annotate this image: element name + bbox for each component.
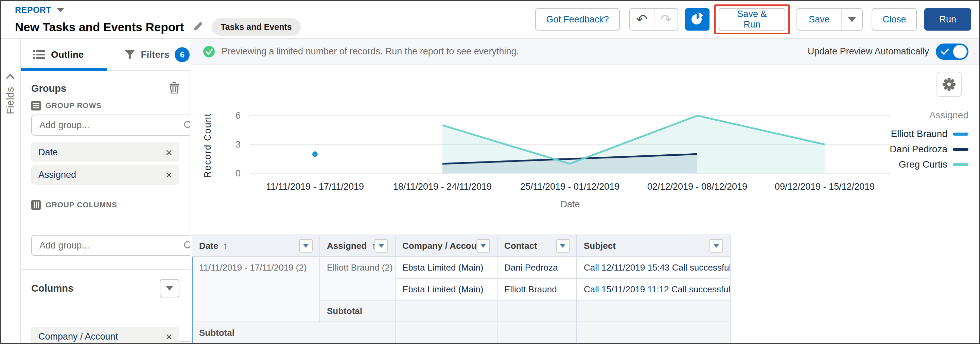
svg-text:3: 3	[235, 139, 240, 150]
close-button[interactable]: Close	[872, 8, 917, 30]
edit-title-icon[interactable]	[192, 21, 203, 33]
columns-section-title: Columns	[31, 283, 73, 294]
column-header-label: Subject	[584, 240, 616, 251]
tab-outline[interactable]: Outline	[33, 49, 84, 60]
undo-button[interactable]: ↶	[630, 9, 654, 30]
sort-asc-icon: ↑	[223, 240, 228, 251]
add-column-group-input[interactable]	[31, 235, 190, 256]
svg-text:25/11/2019 - 01/12/2019: 25/11/2019 - 01/12/2019	[520, 182, 619, 192]
search-icon	[183, 120, 190, 132]
empty-cell	[577, 301, 730, 322]
sidebar-tabs: Outline Filters 6	[21, 39, 189, 71]
filters-count-badge: 6	[175, 47, 189, 62]
tab-filters[interactable]: Filters 6	[124, 47, 189, 62]
chevron-down-icon	[303, 244, 309, 248]
empty-cell	[396, 301, 498, 322]
delete-groups-icon[interactable]	[169, 82, 180, 95]
save-menu-button[interactable]	[841, 9, 862, 30]
chevron-down-icon	[57, 8, 64, 12]
preview-banner: Previewing a limited number of records. …	[191, 39, 980, 65]
column-header-assigned[interactable]: Assigned↑	[320, 235, 396, 257]
svg-text:11/11/2019 - 17/11/2019: 11/11/2019 - 17/11/2019	[266, 182, 364, 192]
got-feedback-button[interactable]: Got Feedback?	[535, 8, 620, 30]
run-button[interactable]: Run	[924, 8, 971, 30]
chevron-down-icon	[560, 244, 566, 248]
assigned-subtotal-cell: Subtotal	[320, 301, 396, 322]
legend-item: Dani Pedroza	[889, 143, 969, 155]
legend-title: Assigned	[889, 110, 969, 121]
chevron-right-icon	[5, 73, 15, 80]
column-pill-label: Company / Account	[38, 331, 118, 342]
legend-swatch	[953, 163, 969, 166]
column-header-company-account[interactable]: Company / Account	[396, 235, 498, 257]
pie-chart-icon	[690, 11, 705, 27]
auto-update-label: Update Preview Automatically	[808, 46, 929, 57]
undo-redo-group: ↶ ↷	[629, 8, 678, 30]
table-cell-contact: Dani Pedroza	[498, 257, 577, 279]
fields-panel-toggle[interactable]: Fields	[0, 49, 21, 138]
outline-list-icon	[33, 49, 46, 60]
grand-subtotal-cell: Subtotal	[192, 322, 396, 344]
columns-menu-button[interactable]	[160, 279, 180, 298]
empty-cell	[577, 322, 730, 344]
column-menu-button[interactable]	[374, 239, 388, 253]
table-cell-subject: Call 15/11/2019 11:12 Call successful	[577, 279, 730, 301]
svg-text:18/11/2019 - 24/11/2019: 18/11/2019 - 24/11/2019	[393, 182, 492, 192]
success-check-icon	[202, 45, 215, 58]
sidebar-divider	[21, 269, 189, 269]
report-type-menu[interactable]: REPORT	[15, 4, 301, 16]
toggle-chart-button[interactable]	[685, 8, 710, 30]
search-icon	[183, 240, 190, 252]
save-button[interactable]: Save	[797, 9, 842, 30]
group-pill-assigned[interactable]: Assigned ×	[31, 165, 180, 185]
empty-cell	[498, 301, 577, 322]
svg-text:6: 6	[235, 110, 240, 121]
preview-panel: Previewing a limited number of records. …	[191, 39, 980, 344]
column-menu-button[interactable]	[299, 239, 313, 253]
column-header-contact[interactable]: Contact	[498, 235, 577, 257]
column-menu-button[interactable]	[710, 239, 723, 253]
group-pill-label: Assigned	[38, 170, 76, 180]
column-menu-button[interactable]	[476, 239, 490, 253]
report-chart: 03611/11/2019 - 17/11/201918/11/2019 - 2…	[191, 65, 979, 228]
groups-section-title: Groups	[31, 83, 66, 94]
legend-swatch	[953, 148, 969, 151]
redo-button[interactable]: ↷	[654, 9, 678, 30]
tab-filters-label: Filters	[141, 49, 169, 60]
column-header-label: Assigned	[327, 240, 367, 251]
svg-text:09/12/2019 - 15/12/2019: 09/12/2019 - 15/12/2019	[775, 182, 875, 192]
chevron-down-icon	[480, 244, 486, 248]
svg-text:Date: Date	[560, 199, 580, 209]
remove-icon[interactable]: ×	[165, 169, 172, 180]
group-pill-date[interactable]: Date ×	[31, 142, 180, 162]
column-menu-button[interactable]	[556, 239, 570, 253]
empty-cell	[498, 322, 577, 344]
legend-item: Elliott Braund	[889, 128, 969, 140]
page-title: New Tasks and Events Report	[15, 21, 184, 34]
column-header-label: Company / Account	[402, 240, 485, 251]
date-group-cell: 11/11/2019 - 17/11/2019 (2)	[192, 257, 320, 322]
chevron-down-icon	[166, 286, 173, 291]
remove-icon[interactable]: ×	[165, 331, 172, 342]
empty-cell	[396, 322, 498, 344]
column-header-label: Contact	[504, 240, 537, 251]
remove-icon[interactable]: ×	[165, 147, 172, 158]
tab-outline-label: Outline	[51, 49, 84, 60]
legend-item-label: Dani Pedroza	[889, 144, 947, 154]
save-split-button: Save	[797, 8, 863, 30]
add-row-group-input[interactable]	[31, 115, 190, 135]
column-header-date[interactable]: Date↑	[192, 235, 320, 257]
column-header-subject[interactable]: Subject	[577, 235, 730, 257]
fields-rail: Fields	[0, 39, 21, 344]
save-and-run-button[interactable]: Save & Run	[719, 8, 785, 30]
chevron-down-icon	[378, 244, 384, 248]
group-rows-label: GROUP ROWS	[46, 101, 102, 110]
chevron-down-icon	[848, 17, 856, 22]
column-pill-company-account[interactable]: Company / Account ×	[31, 326, 180, 344]
chevron-down-icon	[713, 244, 719, 248]
filter-funnel-icon	[124, 49, 135, 60]
update-preview-toggle[interactable]	[936, 43, 969, 60]
check-icon	[940, 48, 950, 56]
group-columns-label: GROUP COLUMNS	[46, 201, 117, 209]
report-object-label: REPORT	[15, 5, 51, 15]
